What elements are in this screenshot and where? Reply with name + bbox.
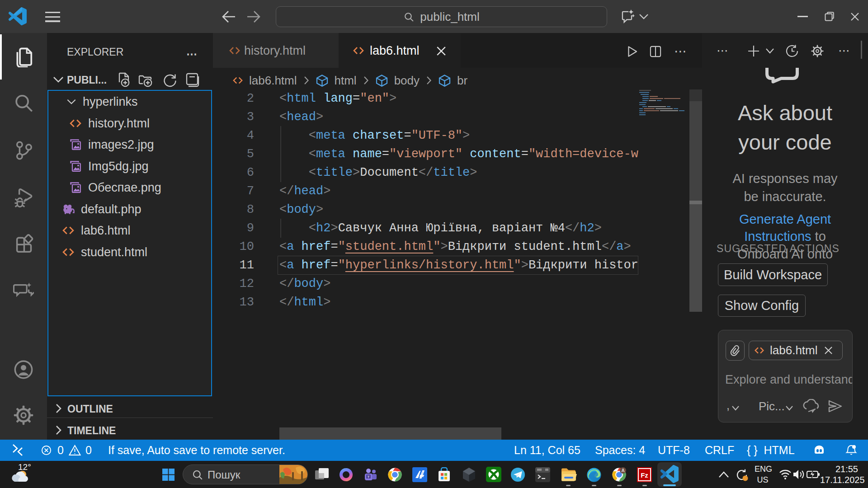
svg-text:Fz: Fz [641,471,648,479]
svg-text:T: T [368,475,370,479]
svg-text:A: A [622,468,625,473]
